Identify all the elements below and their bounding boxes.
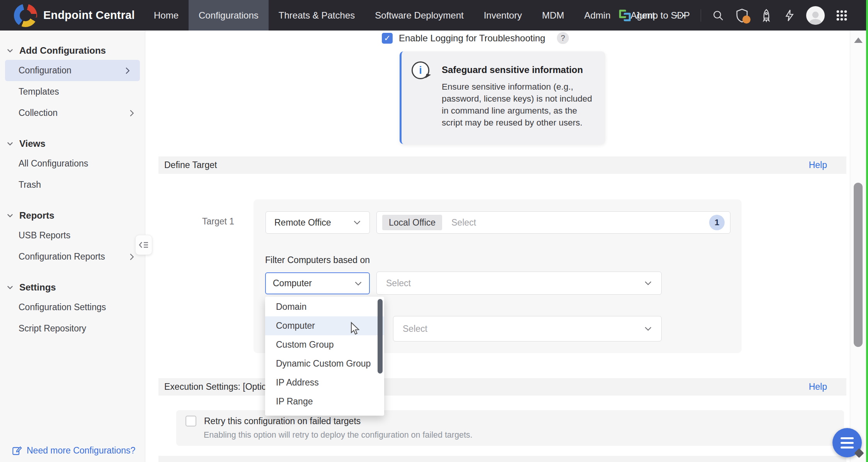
sidebar-item-collection[interactable]: Collection bbox=[0, 102, 145, 124]
option-ip-range[interactable]: IP Range bbox=[265, 392, 384, 411]
next-section-edge bbox=[158, 456, 846, 462]
retry-option-row: ✓ Retry this configuration on failed tar… bbox=[186, 416, 361, 426]
enable-logging-checkbox[interactable]: ✓ bbox=[382, 33, 393, 44]
scroll-up-arrow-icon[interactable] bbox=[854, 37, 863, 43]
nav-admin[interactable]: Admin bbox=[574, 0, 621, 31]
sidebar-item-configuration-reports[interactable]: Configuration Reports bbox=[0, 246, 145, 267]
topbar-utilities: Jump to SDP bbox=[619, 0, 848, 31]
topbar-divider bbox=[701, 9, 701, 22]
sidebar: Add Configurations Configuration Templat… bbox=[0, 31, 145, 462]
sidebar-item-configuration[interactable]: Configuration bbox=[5, 60, 140, 81]
execution-settings-header: Execution Settings: [Optional] Help bbox=[158, 378, 846, 396]
option-domain[interactable]: Domain bbox=[265, 297, 384, 316]
alert-dot bbox=[742, 15, 751, 24]
hamburger-icon bbox=[841, 437, 854, 439]
user-avatar[interactable] bbox=[806, 6, 825, 25]
nav-mdm[interactable]: MDM bbox=[532, 0, 574, 31]
filter-type-dropdown[interactable]: Computer bbox=[265, 272, 370, 294]
second-filter-value-select[interactable]: Select bbox=[393, 316, 662, 341]
nav-software-deployment[interactable]: Software Deployment bbox=[365, 0, 473, 31]
local-office-chip[interactable]: Local Office bbox=[382, 215, 442, 230]
nav-threats-patches[interactable]: Threats & Patches bbox=[269, 0, 365, 31]
top-navigation-bar: Endpoint Central Home Configurations Thr… bbox=[0, 0, 868, 31]
retry-hint: Enabling this option will retry to deplo… bbox=[204, 430, 473, 440]
sidebar-item-label: Configuration bbox=[19, 65, 71, 76]
sidebar-item-script-repository[interactable]: Script Repository bbox=[0, 318, 145, 339]
selected-count-badge: 1 bbox=[709, 215, 725, 230]
nav-configurations[interactable]: Configurations bbox=[189, 0, 269, 31]
chevron-down-icon bbox=[644, 280, 652, 286]
logging-help-icon[interactable]: ? bbox=[557, 32, 569, 44]
info-icon: i bbox=[412, 61, 429, 79]
chevron-down-icon bbox=[6, 212, 14, 219]
section-title: Settings bbox=[19, 282, 56, 293]
sidebar-item-label: Trash bbox=[19, 180, 41, 190]
sidebar-item-label: Configuration Settings bbox=[19, 302, 106, 313]
retry-checkbox[interactable]: ✓ bbox=[186, 416, 196, 426]
execution-settings-help-link[interactable]: Help bbox=[809, 382, 827, 392]
quick-actions-bolt-icon[interactable] bbox=[784, 9, 795, 22]
section-title: Add Configurations bbox=[19, 45, 106, 56]
filter-type-value: Computer bbox=[273, 278, 312, 289]
sidebar-item-usb-reports[interactable]: USB Reports bbox=[0, 225, 145, 246]
target-1-label: Target 1 bbox=[202, 216, 234, 227]
section-title: Views bbox=[19, 138, 46, 149]
chevron-down-icon bbox=[354, 281, 362, 286]
sidebar-item-label: Templates bbox=[19, 87, 59, 97]
dropdown-scrollbar-thumb[interactable] bbox=[378, 299, 383, 374]
scrollbar-thumb[interactable] bbox=[854, 183, 863, 347]
need-more-configurations-link[interactable]: Need more Configurations? bbox=[12, 445, 135, 456]
sidebar-item-trash[interactable]: Trash bbox=[0, 174, 145, 195]
rocket-icon[interactable] bbox=[760, 8, 773, 22]
section-settings[interactable]: Settings bbox=[0, 278, 145, 297]
remote-office-select-field[interactable]: Local Office Select 1 bbox=[376, 211, 730, 234]
execution-settings-title: Execution Settings: [Optional] bbox=[164, 382, 281, 392]
filter-select-placeholder: Select bbox=[386, 278, 411, 289]
nav-inventory[interactable]: Inventory bbox=[474, 0, 532, 31]
chevron-down-icon bbox=[6, 140, 14, 148]
sidebar-item-templates[interactable]: Templates bbox=[0, 81, 145, 102]
jump-to-sdp-button[interactable]: Jump to SDP bbox=[619, 10, 690, 21]
apps-grid-icon[interactable] bbox=[836, 9, 848, 22]
sidebar-item-label: Script Repository bbox=[19, 323, 86, 334]
sidebar-item-all-configurations[interactable]: All Configurations bbox=[0, 153, 145, 174]
jump-to-sdp-label: Jump to SDP bbox=[635, 10, 690, 21]
nav-home[interactable]: Home bbox=[144, 0, 189, 31]
footer-link-label: Need more Configurations? bbox=[27, 445, 135, 456]
endpoint-central-logo-icon bbox=[14, 4, 37, 27]
security-shield-icon[interactable] bbox=[735, 8, 749, 23]
section-add-configurations[interactable]: Add Configurations bbox=[0, 41, 145, 60]
enable-logging-label: Enable Logging for Troubleshooting bbox=[399, 33, 545, 44]
option-ip-address[interactable]: IP Address bbox=[265, 373, 384, 392]
sidebar-item-label: Configuration Reports bbox=[19, 251, 105, 262]
chevron-down-icon bbox=[644, 326, 652, 331]
floating-menu-button[interactable] bbox=[832, 428, 862, 457]
section-reports[interactable]: Reports bbox=[0, 206, 145, 225]
brand-name: Endpoint Central bbox=[43, 9, 135, 22]
sidebar-collapse-toggle[interactable] bbox=[135, 235, 152, 255]
option-custom-group[interactable]: Custom Group bbox=[265, 335, 384, 354]
office-select-placeholder: Select bbox=[451, 217, 476, 228]
sidebar-item-configuration-settings[interactable]: Configuration Settings bbox=[0, 297, 145, 318]
option-computer[interactable]: Computer bbox=[265, 316, 384, 335]
filter-computers-label: Filter Computers based on bbox=[265, 255, 370, 265]
define-target-help-link[interactable]: Help bbox=[809, 160, 827, 170]
filter-value-select[interactable]: Select bbox=[376, 272, 662, 295]
filter-type-options-dropdown: Domain Computer Custom Group Dynamic Cus… bbox=[265, 297, 384, 416]
primary-nav: Home Configurations Threats & Patches So… bbox=[144, 0, 697, 31]
second-filter-select-placeholder: Select bbox=[403, 324, 427, 334]
option-dynamic-custom-group[interactable]: Dynamic Custom Group bbox=[265, 354, 384, 373]
chevron-down-icon bbox=[353, 220, 361, 225]
screen-share-border bbox=[866, 0, 868, 462]
edit-pencil-icon bbox=[12, 445, 22, 456]
brand[interactable]: Endpoint Central bbox=[14, 0, 135, 31]
section-views[interactable]: Views bbox=[0, 134, 145, 153]
chevron-down-icon bbox=[6, 284, 14, 291]
app-window: Endpoint Central Home Configurations Thr… bbox=[0, 0, 868, 462]
chevron-right-icon bbox=[129, 253, 135, 261]
search-icon[interactable] bbox=[712, 9, 724, 22]
page-scrollbar[interactable] bbox=[850, 31, 866, 462]
sidebar-item-label: USB Reports bbox=[19, 230, 70, 241]
mouse-cursor bbox=[350, 322, 362, 336]
target-type-dropdown[interactable]: Remote Office bbox=[266, 211, 370, 234]
